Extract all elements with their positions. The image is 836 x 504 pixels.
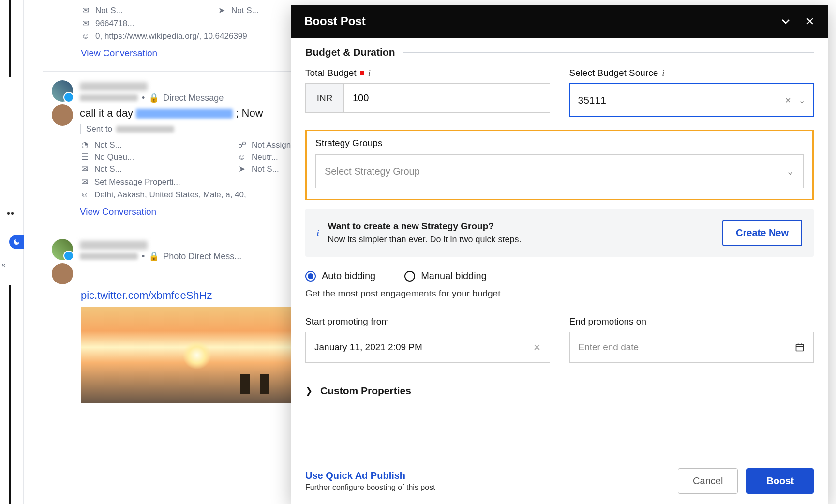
- meta-text: Not S...: [252, 164, 279, 174]
- close-icon[interactable]: [805, 16, 815, 26]
- meta-text: 0, https://www.wikipedia.org/, 10.642639…: [95, 31, 247, 41]
- quick-ad-publish-link[interactable]: Use Quick Ad Publish: [305, 470, 435, 481]
- meta-text: 9664718...: [95, 19, 134, 29]
- start-date-label: Start promoting from: [305, 316, 550, 327]
- modal-footer: Use Quick Ad Publish Further configure b…: [291, 458, 828, 504]
- start-date-input[interactable]: January 11, 2021 2:09 PM ✕: [305, 332, 550, 363]
- envelope-icon: ✉: [80, 164, 90, 174]
- person-icon: ☺: [80, 190, 90, 200]
- end-date-label: End promotions on: [569, 316, 814, 327]
- radio-dot-icon: [404, 271, 415, 282]
- meta-text: Not S...: [94, 140, 122, 150]
- lock-icon: 🔒: [149, 251, 159, 262]
- currency-prefix: INR: [305, 83, 344, 113]
- recipient-handle: [116, 126, 174, 133]
- meta-text: Not S...: [231, 6, 259, 15]
- author-handle: [80, 94, 138, 101]
- divider: [419, 391, 814, 391]
- quick-ad-sub: Further configure boosting of this post: [305, 483, 435, 492]
- end-date-input[interactable]: Enter end date: [569, 332, 814, 363]
- queue-icon: ☰: [80, 152, 90, 162]
- strategy-groups-section: Strategy Groups Select Strategy Group ⌄: [305, 130, 814, 200]
- meta-text: Delhi, Aakash, United States, Male, a, 4…: [94, 190, 246, 200]
- message-text: ; Now: [236, 107, 263, 119]
- avatar[interactable]: [52, 263, 73, 284]
- strategy-group-placeholder: Select Strategy Group: [325, 166, 420, 177]
- lock-icon: 🔒: [149, 92, 159, 103]
- minimize-icon[interactable]: [780, 15, 791, 27]
- envelope-icon: ✉: [80, 177, 90, 187]
- envelope-icon: ✉: [81, 5, 90, 15]
- manual-bidding-radio[interactable]: Manual bidding: [404, 270, 487, 282]
- dm-label: Photo Direct Mess...: [163, 252, 241, 262]
- info-icon[interactable]: i: [662, 68, 664, 78]
- info-icon: i: [317, 229, 319, 237]
- total-budget-label: Total Budget: [305, 68, 357, 78]
- chevron-right-icon[interactable]: ❯: [305, 385, 313, 396]
- author-name: [80, 241, 148, 250]
- boost-post-modal: Boost Post Budget & Duration Total Budge…: [291, 5, 828, 504]
- clear-icon[interactable]: ✕: [533, 342, 541, 353]
- clock-icon: ◔: [80, 140, 90, 150]
- meta-text: Not S...: [94, 164, 122, 174]
- send-icon: ➤: [237, 164, 247, 174]
- strategy-group-select[interactable]: Select Strategy Group ⌄: [315, 154, 804, 188]
- accent-line: [9, 285, 11, 504]
- envelope-icon: ✉: [81, 18, 90, 29]
- tip-title: Want to create a new Strategy Group?: [328, 221, 521, 232]
- radio-dot-icon: [305, 271, 316, 282]
- media-link[interactable]: pic.twitter.com/xbmfqeShHz: [81, 289, 212, 301]
- meta-text: Set Message Properti...: [94, 178, 180, 187]
- message-text: call it a day: [80, 107, 133, 119]
- start-date-value: January 11, 2021 2:09 PM: [314, 342, 422, 353]
- meta-text: No Queu...: [94, 152, 134, 162]
- more-icon[interactable]: ••: [7, 208, 15, 219]
- view-conversation-link[interactable]: View Conversation: [80, 207, 156, 217]
- author-handle: [80, 253, 138, 260]
- rail-letter: s: [2, 261, 5, 269]
- redacted-id: [136, 109, 233, 119]
- manual-bidding-label: Manual bidding: [421, 270, 487, 282]
- auto-bidding-label: Auto bidding: [322, 270, 375, 282]
- strategy-groups-label: Strategy Groups: [315, 138, 804, 148]
- view-conversation-link[interactable]: View Conversation: [81, 48, 157, 59]
- boost-button[interactable]: Boost: [746, 468, 814, 494]
- chevron-down-icon[interactable]: ⌄: [799, 96, 805, 105]
- auto-bidding-radio[interactable]: Auto bidding: [305, 270, 375, 282]
- svg-rect-2: [796, 344, 804, 351]
- send-icon: ➤: [217, 5, 226, 15]
- meta-text: Neutr...: [252, 152, 278, 162]
- person-icon: ☺: [81, 31, 90, 41]
- left-rail: •• s: [0, 0, 24, 504]
- moon-icon[interactable]: [9, 235, 24, 249]
- budget-source-value: 35111: [578, 94, 606, 106]
- strategy-tip: i Want to create a new Strategy Group? N…: [305, 209, 814, 257]
- end-date-placeholder: Enter end date: [579, 342, 639, 353]
- accent-line: [9, 0, 11, 77]
- assign-icon: ☍: [237, 140, 247, 150]
- dm-label: Direct Message: [163, 93, 224, 103]
- avatar[interactable]: [52, 104, 73, 126]
- meta-text: Not S...: [95, 6, 123, 15]
- cancel-button[interactable]: Cancel: [678, 468, 738, 494]
- sentiment-icon: ☺: [237, 152, 247, 162]
- required-indicator: [360, 71, 364, 75]
- author-name: [80, 82, 148, 91]
- divider: [403, 52, 814, 53]
- avatar[interactable]: [52, 239, 73, 260]
- sent-to-label: Sent to: [86, 124, 112, 134]
- budget-source-select[interactable]: 35111 ✕ ⌄: [569, 83, 814, 117]
- tip-body: Now its simpler than ever. Do it in two …: [328, 235, 521, 245]
- total-budget-input[interactable]: [344, 83, 550, 113]
- info-icon[interactable]: i: [368, 68, 371, 78]
- avatar[interactable]: [52, 80, 73, 102]
- chevron-down-icon: ⌄: [786, 165, 794, 177]
- section-title: Budget & Duration: [305, 46, 395, 58]
- modal-header: Boost Post: [291, 5, 828, 38]
- modal-title: Boost Post: [304, 15, 366, 28]
- calendar-icon[interactable]: [795, 342, 805, 352]
- budget-source-label: Select Budget Source: [569, 68, 658, 78]
- custom-properties-toggle[interactable]: Custom Properties: [320, 385, 411, 397]
- create-new-button[interactable]: Create New: [722, 220, 802, 246]
- clear-icon[interactable]: ✕: [785, 96, 791, 105]
